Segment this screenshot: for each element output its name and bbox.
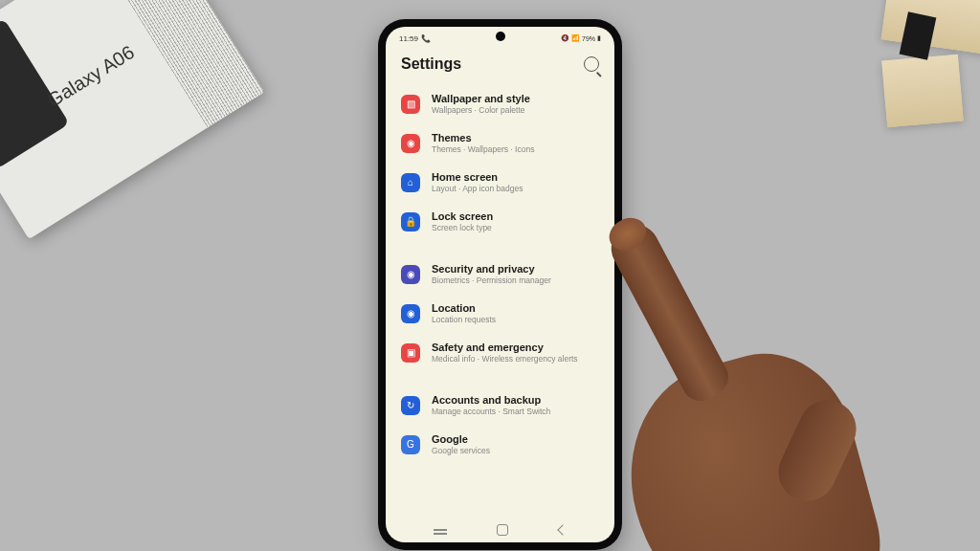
- google-icon: G: [401, 435, 420, 454]
- page-title: Settings: [401, 55, 461, 73]
- setting-subtitle: Wallpapers · Color palette: [432, 105, 599, 115]
- home-button[interactable]: [497, 524, 508, 536]
- back-button[interactable]: [557, 524, 568, 535]
- setting-safety[interactable]: ▣ Safety and emergency Medical info · Wi…: [393, 333, 607, 372]
- setting-title: Accounts and backup: [432, 394, 599, 406]
- setting-subtitle: Layout · App icon badges: [432, 184, 599, 193]
- camera-notch: [496, 32, 505, 41]
- themes-icon: ◉: [401, 134, 420, 153]
- setting-location[interactable]: ◉ Location Location requests: [393, 294, 607, 333]
- setting-lock-screen[interactable]: 🔒 Lock screen Screen lock type: [393, 202, 607, 241]
- battery-icon: ▮: [597, 34, 601, 42]
- settings-header: Settings: [386, 46, 614, 84]
- setting-title: Wallpaper and style: [432, 93, 599, 104]
- setting-subtitle: Location requests: [432, 315, 599, 324]
- setting-title: Safety and emergency: [432, 342, 599, 353]
- product-box: Galaxy A06: [0, 0, 264, 239]
- setting-google[interactable]: G Google Google services: [393, 425, 607, 464]
- sync-icon: ↻: [401, 396, 420, 415]
- setting-title: Themes: [432, 132, 599, 143]
- home-icon: ⌂: [401, 173, 420, 192]
- wallpaper-icon: ▧: [401, 95, 420, 114]
- phone-icon: 📞: [421, 34, 431, 43]
- setting-home-screen[interactable]: ⌂ Home screen Layout · App icon badges: [393, 163, 607, 202]
- navigation-bar: [386, 518, 614, 542]
- setting-title: Location: [432, 302, 599, 314]
- battery-text: 79%: [582, 35, 595, 42]
- setting-subtitle: Biometrics · Permission manager: [432, 276, 599, 285]
- location-icon: ◉: [401, 304, 420, 323]
- setting-subtitle: Manage accounts · Smart Switch: [432, 407, 599, 416]
- emergency-icon: ▣: [401, 343, 420, 363]
- setting-title: Google: [432, 433, 599, 445]
- phone-screen: 11:59 📞 🔇 📶 79% ▮ Settings ▧ Wallpaper a…: [386, 27, 614, 542]
- wood-block: [881, 55, 964, 128]
- shield-icon: ◉: [401, 265, 420, 284]
- setting-subtitle: Medical info · Wireless emergency alerts: [432, 354, 599, 364]
- volume-icon: 🔇: [561, 34, 569, 42]
- setting-subtitle: Themes · Wallpapers · Icons: [432, 144, 599, 154]
- settings-list: ▧ Wallpaper and style Wallpapers · Color…: [386, 84, 614, 464]
- setting-title: Security and privacy: [432, 263, 599, 275]
- setting-accounts[interactable]: ↻ Accounts and backup Manage accounts · …: [393, 386, 607, 425]
- setting-subtitle: Google services: [432, 446, 599, 455]
- setting-title: Home screen: [432, 171, 599, 183]
- box-product-name: Galaxy A06: [44, 41, 139, 112]
- setting-themes[interactable]: ◉ Themes Themes · Wallpapers · Icons: [393, 123, 607, 163]
- recent-apps-button[interactable]: [434, 529, 447, 531]
- lock-icon: 🔒: [401, 212, 420, 231]
- phone-device: 11:59 📞 🔇 📶 79% ▮ Settings ▧ Wallpaper a…: [378, 19, 622, 550]
- search-icon[interactable]: [584, 56, 599, 72]
- setting-security[interactable]: ◉ Security and privacy Biometrics · Perm…: [393, 254, 607, 294]
- status-time: 11:59: [399, 34, 418, 43]
- setting-wallpaper[interactable]: ▧ Wallpaper and style Wallpapers · Color…: [393, 84, 607, 123]
- setting-subtitle: Screen lock type: [432, 223, 599, 232]
- signal-icon: 📶: [571, 34, 580, 42]
- setting-title: Lock screen: [432, 210, 599, 222]
